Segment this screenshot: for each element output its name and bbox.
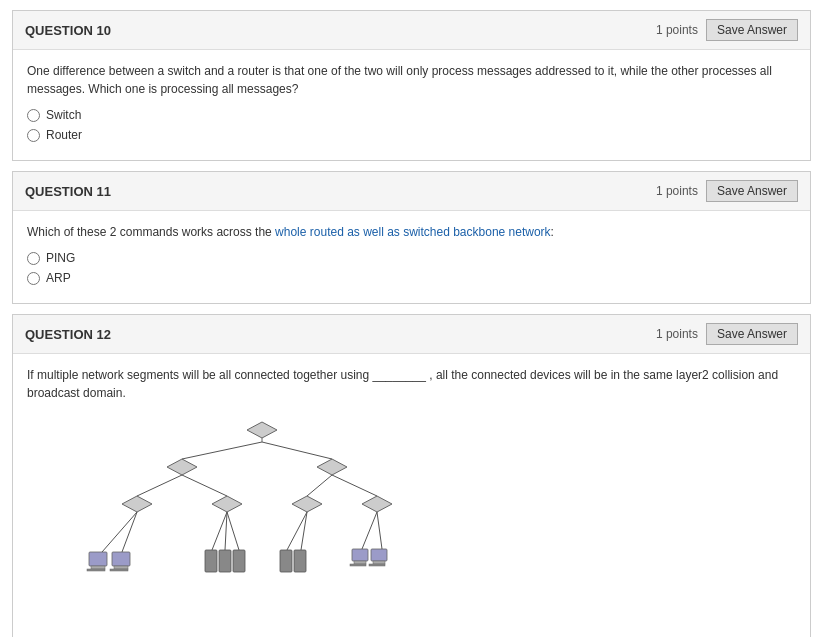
svg-rect-14 xyxy=(89,552,107,566)
svg-rect-16 xyxy=(87,569,105,571)
svg-rect-15 xyxy=(91,566,105,569)
svg-line-9 xyxy=(262,442,332,459)
svg-rect-33 xyxy=(354,561,366,564)
svg-line-11 xyxy=(182,475,227,496)
svg-line-8 xyxy=(182,442,262,459)
question-10-body: One difference between a switch and a ro… xyxy=(13,50,810,160)
network-diagram-svg xyxy=(47,412,427,632)
question-11-text: Which of these 2 commands works across t… xyxy=(27,223,796,241)
question-12-block: QUESTION 12 1 points Save Answer If mult… xyxy=(12,314,811,637)
svg-rect-35 xyxy=(371,549,387,561)
question-11-block: QUESTION 11 1 points Save Answer Which o… xyxy=(12,171,811,304)
svg-line-12 xyxy=(307,475,332,496)
q10-router-radio[interactable] xyxy=(27,129,40,142)
svg-marker-4 xyxy=(122,496,152,512)
svg-marker-6 xyxy=(292,496,322,512)
svg-line-21 xyxy=(122,512,137,552)
q11-text-part1: Which of these 2 commands works across t… xyxy=(27,225,275,239)
q10-switch-label[interactable]: Switch xyxy=(46,108,81,122)
question-12-header: QUESTION 12 1 points Save Answer xyxy=(13,315,810,354)
svg-line-27 xyxy=(227,512,239,550)
q11-ping-radio[interactable] xyxy=(27,252,40,265)
question-11-option-arp: ARP xyxy=(27,271,796,285)
question-12-points: 1 points xyxy=(656,327,698,341)
question-12-title: QUESTION 12 xyxy=(25,327,111,342)
q10-switch-radio[interactable] xyxy=(27,109,40,122)
svg-rect-18 xyxy=(114,566,128,569)
question-10-block: QUESTION 10 1 points Save Answer One dif… xyxy=(12,10,811,161)
question-10-header-right: 1 points Save Answer xyxy=(656,19,798,41)
question-10-option-router: Router xyxy=(27,128,796,142)
svg-rect-29 xyxy=(294,550,306,572)
svg-line-38 xyxy=(362,512,377,549)
question-12-body: If multiple network segments will be all… xyxy=(13,354,810,637)
question-11-points: 1 points xyxy=(656,184,698,198)
svg-marker-5 xyxy=(212,496,242,512)
question-12-save-button[interactable]: Save Answer xyxy=(706,323,798,345)
question-11-header: QUESTION 11 1 points Save Answer xyxy=(13,172,810,211)
question-11-title: QUESTION 11 xyxy=(25,184,111,199)
question-11-save-button[interactable]: Save Answer xyxy=(706,180,798,202)
question-10-header: QUESTION 10 1 points Save Answer xyxy=(13,11,810,50)
svg-rect-36 xyxy=(373,561,385,564)
question-12-text: If multiple network segments will be all… xyxy=(27,366,796,402)
svg-line-10 xyxy=(137,475,182,496)
q11-ping-label[interactable]: PING xyxy=(46,251,75,265)
svg-line-39 xyxy=(377,512,382,549)
q11-arp-radio[interactable] xyxy=(27,272,40,285)
question-11-header-right: 1 points Save Answer xyxy=(656,180,798,202)
question-11-body: Which of these 2 commands works across t… xyxy=(13,211,810,303)
network-diagram xyxy=(47,412,796,635)
question-10-title: QUESTION 10 xyxy=(25,23,111,38)
question-10-text: One difference between a switch and a ro… xyxy=(27,62,796,98)
svg-rect-17 xyxy=(112,552,130,566)
svg-marker-7 xyxy=(362,496,392,512)
svg-rect-37 xyxy=(369,564,385,566)
svg-rect-28 xyxy=(280,550,292,572)
svg-rect-32 xyxy=(352,549,368,561)
question-10-option-switch: Switch xyxy=(27,108,796,122)
question-12-header-right: 1 points Save Answer xyxy=(656,323,798,345)
question-10-points: 1 points xyxy=(656,23,698,37)
svg-rect-24 xyxy=(233,550,245,572)
q11-arp-label[interactable]: ARP xyxy=(46,271,71,285)
svg-marker-0 xyxy=(247,422,277,438)
q11-text-part2: : xyxy=(551,225,554,239)
svg-line-26 xyxy=(225,512,227,550)
q10-router-label[interactable]: Router xyxy=(46,128,82,142)
q11-text-highlight: whole routed as well as switched backbon… xyxy=(275,225,550,239)
svg-line-20 xyxy=(102,512,137,552)
svg-rect-19 xyxy=(110,569,128,571)
svg-line-25 xyxy=(212,512,227,550)
svg-rect-22 xyxy=(205,550,217,572)
svg-rect-34 xyxy=(350,564,366,566)
svg-rect-23 xyxy=(219,550,231,572)
question-10-save-button[interactable]: Save Answer xyxy=(706,19,798,41)
svg-marker-3 xyxy=(317,459,347,475)
page: QUESTION 10 1 points Save Answer One dif… xyxy=(0,10,823,637)
svg-line-13 xyxy=(332,475,377,496)
question-11-option-ping: PING xyxy=(27,251,796,265)
svg-marker-2 xyxy=(167,459,197,475)
